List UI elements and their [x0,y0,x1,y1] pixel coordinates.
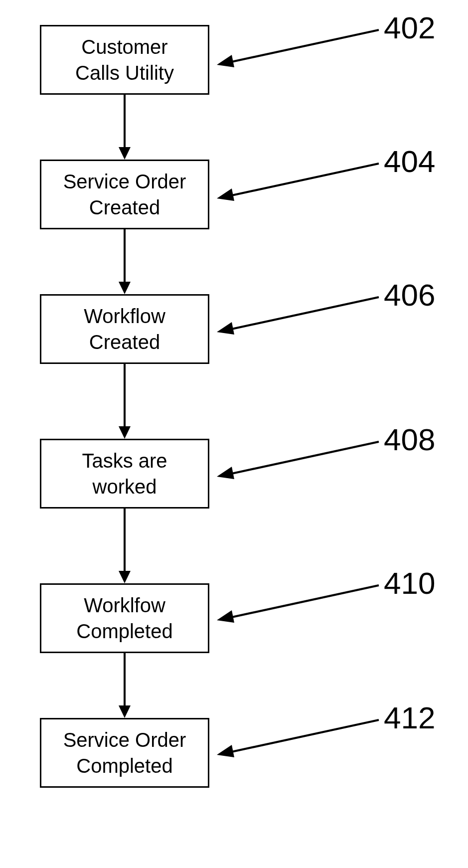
node-line2: Created [89,196,160,218]
svg-marker-13 [217,188,234,201]
reference-label: 402 [384,10,435,45]
down-arrow-icon [115,229,135,294]
node-line1: Customer [81,36,167,58]
callout-arrow-icon [214,295,384,340]
node-text: Tasks are worked [82,448,167,500]
reference-label: 406 [384,277,435,313]
flow-node: Customer Calls Utility [40,25,209,95]
svg-marker-17 [217,467,234,479]
svg-marker-5 [119,426,131,439]
down-arrow-icon [115,364,135,439]
flow-node: Workflow Created [40,294,209,364]
svg-marker-3 [119,282,131,294]
svg-line-10 [229,30,379,62]
node-line1: Service Order [63,729,186,751]
callout-arrow-icon [214,161,384,206]
down-arrow-icon [115,509,135,583]
callout-arrow-icon [214,717,384,762]
node-line1: Worklfow [84,594,165,616]
node-line2: worked [93,476,157,498]
flowchart-container: Customer Calls Utility Service Order Cre… [40,25,209,788]
callout-arrow-icon [214,27,384,72]
node-line2: Calls Utility [75,62,174,84]
node-line1: Workflow [84,305,165,327]
node-line2: Completed [76,620,172,642]
node-line1: Service Order [63,171,186,192]
reference-label: 408 [384,422,435,457]
svg-line-18 [229,585,379,618]
svg-line-16 [229,442,379,474]
flow-node: Service Order Created [40,160,209,229]
svg-marker-7 [119,571,131,583]
connector [40,364,209,439]
node-line2: Completed [76,755,172,777]
connector [40,229,209,294]
flow-node: Tasks are worked [40,439,209,509]
svg-marker-11 [217,55,234,67]
connector [40,653,209,718]
svg-line-14 [229,297,379,330]
node-line1: Tasks are [82,450,167,472]
flow-node: Service Order Completed [40,718,209,788]
node-text: Worklfow Completed [76,592,172,644]
reference-label: 412 [384,700,435,735]
svg-marker-21 [217,745,234,757]
down-arrow-icon [115,653,135,718]
svg-line-12 [229,164,379,196]
node-text: Customer Calls Utility [75,34,174,86]
node-text: Service Order Completed [63,727,186,779]
flow-node: Worklfow Completed [40,583,209,653]
reference-label: 404 [384,144,435,179]
connector [40,509,209,583]
connector [40,95,209,160]
callout-arrow-icon [214,439,384,484]
callout-arrow-icon [214,583,384,628]
svg-marker-9 [119,705,131,718]
svg-marker-1 [119,147,131,160]
node-text: Service Order Created [63,169,186,220]
svg-line-20 [229,720,379,752]
reference-label: 410 [384,565,435,601]
svg-marker-19 [217,610,234,623]
svg-marker-15 [217,322,234,335]
down-arrow-icon [115,95,135,160]
node-line2: Created [89,331,160,353]
node-text: Workflow Created [84,303,165,355]
